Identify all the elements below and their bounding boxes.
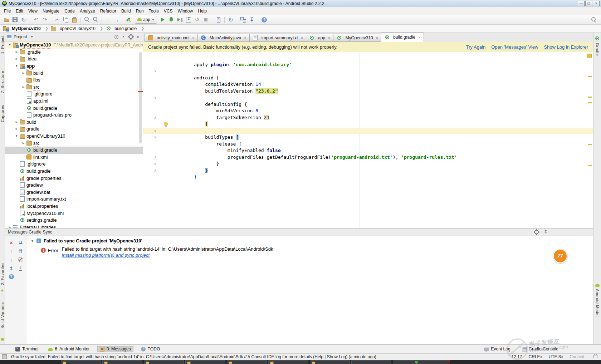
run-configuration-selector[interactable]: app ▼	[135, 16, 157, 24]
sync-gradle-icon[interactable]	[226, 16, 235, 24]
tree-item[interactable]: External Libraries	[5, 223, 143, 228]
taskbar-item[interactable]	[227, 360, 267, 364]
tree-item[interactable]: src	[5, 139, 143, 147]
tree-expand-icon[interactable]	[7, 226, 13, 228]
synchronize-icon[interactable]	[19, 16, 28, 24]
code-line[interactable]: apply plugin: 'com.android.library'	[143, 55, 593, 62]
tree-item[interactable]: build	[5, 69, 143, 77]
find-icon[interactable]	[83, 16, 91, 24]
encoding-selector[interactable]: UTF-8⇵	[549, 354, 563, 359]
menu-item[interactable]: Code	[62, 8, 77, 15]
back-icon[interactable]	[104, 16, 112, 24]
make-project-icon[interactable]	[125, 16, 133, 24]
code-line[interactable]: minifyEnabled false	[143, 141, 593, 148]
taskbar-item[interactable]	[185, 360, 225, 364]
tree-item[interactable]: build.gradle	[5, 147, 143, 154]
tree-expand-icon[interactable]	[14, 127, 19, 131]
editor-tab[interactable]: build.gradle ×	[381, 33, 424, 42]
tool-window-button[interactable]: Event Log	[482, 346, 513, 352]
fold-marker-icon[interactable]	[152, 128, 158, 134]
inspection-status-icon[interactable]	[587, 54, 592, 58]
close-icon[interactable]: ×	[10, 240, 13, 246]
tool-window-button[interactable]: TODO	[138, 346, 162, 352]
menu-item[interactable]: View	[26, 8, 40, 15]
tree-item[interactable]: MyOpencv310.iml	[5, 210, 143, 217]
cut-icon[interactable]	[53, 16, 62, 24]
chevron-down-icon[interactable]: ▼	[30, 35, 33, 39]
menu-item[interactable]: Tools	[146, 8, 161, 15]
code-line[interactable]: buildTypes {	[143, 128, 593, 134]
code-line[interactable]: minSdkVersion 8	[143, 101, 593, 108]
tree-item[interactable]: gradlew.bat	[5, 188, 143, 196]
taskbar-item[interactable]	[310, 360, 350, 364]
editor-tab[interactable]: MainActivity.java ×	[197, 34, 249, 42]
editor-tab[interactable]: activity_main.xml ×	[145, 34, 197, 42]
save-all-icon[interactable]	[11, 16, 19, 24]
tree-expand-icon[interactable]	[14, 64, 19, 68]
forward-icon[interactable]	[112, 16, 121, 24]
breadcrumb-item[interactable]: MyOpencv310 ❯	[3, 26, 51, 31]
editor-tab[interactable]: import-summary.txt ×	[249, 34, 306, 42]
taskbar-item[interactable]	[351, 360, 391, 364]
help-icon[interactable]	[260, 16, 269, 24]
line-separator-selector[interactable]: CRLF⇵	[529, 354, 542, 359]
undo-icon[interactable]	[32, 16, 40, 24]
toolbar-separator[interactable]	[123, 17, 123, 23]
close-tab-icon[interactable]: ×	[376, 36, 378, 40]
sidebar-item-structure[interactable]: 7: Structure	[0, 71, 5, 93]
tree-item[interactable]: .gitignore	[5, 161, 143, 168]
toolbar-separator[interactable]	[102, 17, 102, 23]
toolbar-separator[interactable]	[258, 17, 258, 23]
menu-item[interactable]: Refactor	[98, 8, 119, 15]
install-platforms-link[interactable]: Install missing platform(s) and sync pro…	[62, 252, 150, 258]
error-stripe-mark[interactable]	[588, 76, 592, 77]
banner-link[interactable]: Try Again	[466, 44, 485, 50]
collapse-all-icon[interactable]: ∧	[122, 35, 125, 39]
toolbar-separator[interactable]	[212, 17, 212, 23]
code-line[interactable]: release {	[143, 134, 593, 141]
fold-marker-icon[interactable]	[152, 154, 158, 161]
close-tab-icon[interactable]: ×	[192, 36, 194, 40]
close-tab-icon[interactable]: ×	[244, 36, 246, 40]
menu-item[interactable]: Help	[195, 8, 209, 15]
run-with-coverage-icon[interactable]	[176, 16, 184, 24]
tree-expand-icon[interactable]	[14, 134, 19, 138]
menu-item[interactable]: Run	[133, 8, 146, 15]
tree-item[interactable]: lint.xml	[5, 154, 143, 161]
open-file-icon[interactable]	[2, 16, 11, 24]
locate-file-icon[interactable]	[114, 35, 119, 39]
maximize-button[interactable]: □	[585, 1, 592, 6]
minimize-button[interactable]: —	[578, 1, 585, 6]
breadcrumb-item[interactable]: openCVLibrary310 ❯	[51, 26, 106, 31]
tree-item[interactable]: .idea	[5, 55, 143, 63]
rerun-icon[interactable]	[193, 16, 201, 24]
avd-manager-icon[interactable]	[214, 16, 223, 24]
tree-item[interactable]: app	[5, 63, 143, 70]
tree-item[interactable]: build.gradle	[5, 104, 143, 112]
taskbar-item[interactable]	[393, 360, 450, 364]
code-editor[interactable]: apply plugin: 'com.android.library' andr…	[143, 52, 593, 228]
toolbar-separator[interactable]	[51, 17, 51, 23]
tree-expand-icon[interactable]	[21, 85, 26, 89]
sidebar-item-captures[interactable]: Captures	[0, 105, 5, 122]
chevron-down-icon[interactable]: ▼	[31, 239, 34, 243]
gear-icon[interactable]	[534, 230, 539, 234]
tree-item[interactable]: gradle	[5, 126, 143, 133]
close-button[interactable]: ×	[593, 1, 600, 6]
toolbar-separator[interactable]	[80, 17, 81, 23]
menu-item[interactable]: Build	[119, 8, 133, 15]
menu-item[interactable]: VCS	[161, 8, 175, 15]
taskbar-item[interactable]	[61, 360, 101, 364]
code-line[interactable]: }	[143, 161, 593, 167]
tree-item[interactable]: build.gradle	[5, 168, 143, 175]
hide-panel-icon[interactable]: ↧	[544, 230, 547, 235]
save-output-icon[interactable]: ↓	[19, 266, 22, 271]
menu-item[interactable]: Navigate	[40, 8, 62, 15]
collapse-all-icon[interactable]: ⇈	[19, 249, 23, 254]
sidebar-item-build-variants[interactable]: Build Variants	[0, 302, 5, 329]
toolbar-separator[interactable]	[237, 17, 237, 23]
code-line[interactable]: }	[143, 114, 593, 121]
tree-item[interactable]: libs	[5, 77, 143, 84]
breadcrumb-item[interactable]: build.gradle ❯	[106, 26, 147, 31]
tree-expand-icon[interactable]	[14, 57, 19, 60]
